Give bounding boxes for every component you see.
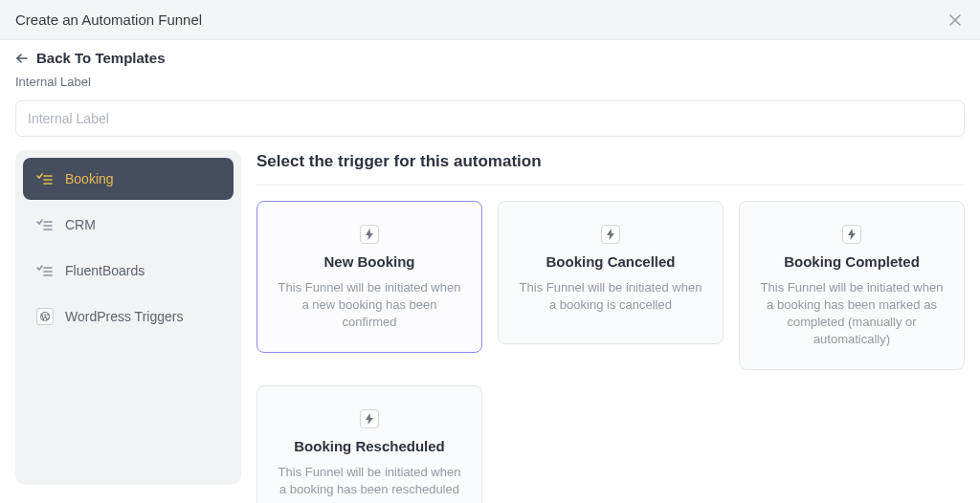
trigger-card-booking-cancelled[interactable]: Booking Cancelled This Funnel will be in… — [498, 201, 724, 344]
close-button[interactable] — [946, 11, 965, 30]
trigger-cards-grid: New Booking This Funnel will be initiate… — [256, 186, 965, 504]
checklist-icon — [36, 262, 54, 279]
internal-label-caption: Internal Label — [15, 75, 965, 89]
sidebar-item-label: CRM — [65, 217, 96, 232]
lightning-icon — [842, 225, 861, 244]
modal-title: Create an Automation Funnel — [15, 11, 202, 28]
trigger-title: New Booking — [323, 253, 414, 270]
lightning-icon — [360, 409, 379, 428]
sidebar-item-wordpress-triggers[interactable]: WordPress Triggers — [23, 295, 234, 338]
close-icon — [948, 13, 962, 27]
sidebar-item-booking[interactable]: Booking — [23, 158, 234, 200]
sidebar-item-crm[interactable]: CRM — [23, 204, 234, 246]
main-area: Select the trigger for this automation N… — [256, 150, 965, 489]
lightning-icon — [601, 225, 620, 244]
trigger-card-booking-completed[interactable]: Booking Completed This Funnel will be in… — [739, 201, 965, 371]
trigger-desc: This Funnel will be initiated when a boo… — [757, 279, 947, 349]
sidebar-item-label: FluentBoards — [65, 263, 145, 278]
modal-header: Create an Automation Funnel — [0, 0, 980, 40]
sidebar-item-fluentboards[interactable]: FluentBoards — [23, 250, 234, 292]
internal-label-input[interactable] — [15, 100, 965, 137]
checklist-icon — [36, 216, 54, 233]
back-label: Back To Templates — [36, 50, 166, 66]
subheader: Back To Templates Internal Label — [0, 40, 980, 95]
trigger-title: Booking Rescheduled — [294, 438, 445, 454]
section-title: Select the trigger for this automation — [256, 150, 965, 186]
lightning-icon — [360, 225, 379, 244]
modal-create-automation-funnel: Create an Automation Funnel Back To Temp… — [0, 0, 980, 503]
trigger-card-new-booking[interactable]: New Booking This Funnel will be initiate… — [256, 201, 482, 354]
sidebar-item-label: WordPress Triggers — [65, 309, 183, 324]
trigger-title: Booking Cancelled — [546, 253, 675, 270]
checklist-icon — [36, 170, 54, 187]
sidebar: Booking CRM FluentBoards WordPress Trigg… — [15, 150, 241, 485]
content-row: Booking CRM FluentBoards WordPress Trigg… — [0, 150, 980, 504]
internal-label-row — [0, 95, 980, 150]
sidebar-item-label: Booking — [65, 171, 114, 186]
trigger-desc: This Funnel will be initiated when a boo… — [516, 279, 705, 314]
trigger-card-booking-rescheduled[interactable]: Booking Rescheduled This Funnel will be … — [256, 385, 482, 503]
back-arrow-icon — [15, 52, 29, 65]
trigger-desc: This Funnel will be initiated when a new… — [275, 279, 464, 332]
trigger-title: Booking Completed — [784, 253, 920, 270]
back-to-templates-link[interactable]: Back To Templates — [15, 50, 166, 66]
trigger-desc: This Funnel will be initiated when a boo… — [275, 464, 464, 498]
wordpress-icon — [36, 308, 54, 325]
